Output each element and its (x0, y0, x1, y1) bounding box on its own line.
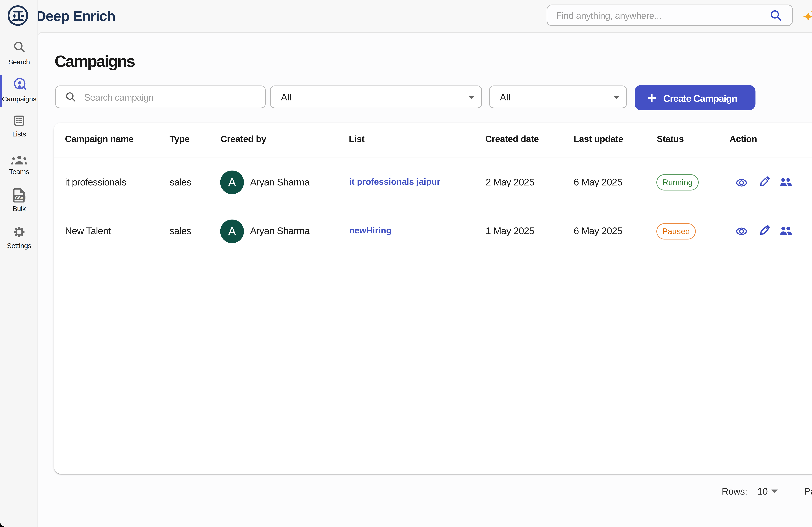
svg-text:CSV: CSV (15, 196, 24, 200)
